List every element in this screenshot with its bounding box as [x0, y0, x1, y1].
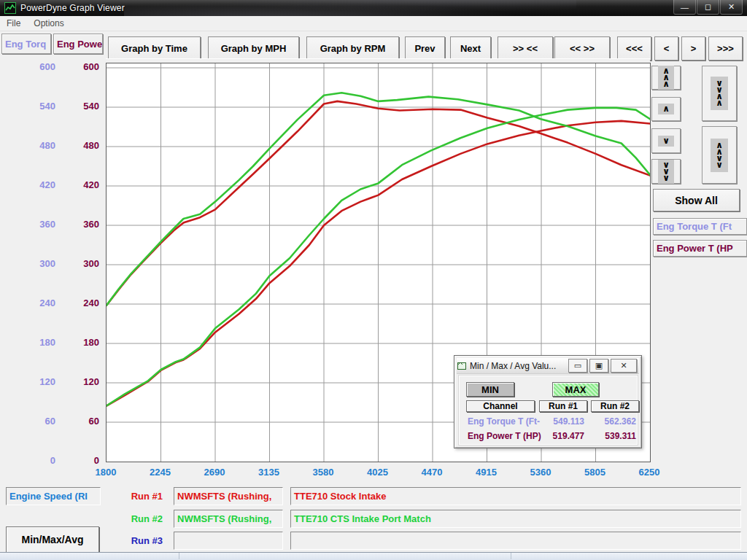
menu-item-options[interactable]: Options [27, 17, 70, 30]
channel-button-torque[interactable]: Eng Torq [1, 34, 51, 54]
statusbar [0, 552, 747, 560]
y-tick-torque: 120 [22, 377, 55, 387]
scroll-up-button[interactable]: ∧ [651, 97, 681, 121]
minimize-button[interactable]: — [673, 0, 696, 15]
run-description-box-2[interactable]: TTE710 CTS Intake Port Match [290, 510, 741, 528]
maximize-button[interactable]: ◻ [697, 0, 719, 15]
run-description-box-3[interactable] [290, 532, 741, 550]
minmax-body: MIN MAX Channel Run #1 Run #2 Eng Torque… [459, 376, 638, 445]
statusbar-divider [511, 553, 511, 559]
zoom-in-vertical-icon: ∨∨∧∧ [711, 77, 728, 110]
x-tick: 6250 [627, 467, 672, 478]
y-tick-power: 240 [66, 298, 99, 308]
x-tick: 3135 [247, 467, 292, 478]
y-tick-torque: 420 [22, 180, 55, 190]
x-tick: 3580 [301, 467, 346, 478]
legend-power-channel[interactable]: Eng Power T (HP [653, 240, 747, 257]
titlebar-glass [124, 0, 576, 16]
minmax-row-channel: Eng Power T (HP) [468, 431, 541, 441]
scroll-top-button[interactable]: ∧∧∧ [651, 66, 681, 90]
channel-button-power[interactable]: Eng Powe [53, 34, 103, 54]
run-description-box-1[interactable]: TTE710 Stock Intake [290, 487, 741, 505]
x-tick: 4470 [409, 467, 454, 478]
column-header-run2[interactable]: Run #2 [591, 400, 639, 412]
minmax-window-icon [457, 361, 467, 371]
toolbar-button-graph-by-time[interactable]: Graph by Time [108, 36, 201, 61]
y-tick-power: 360 [66, 219, 99, 230]
run-operator-box-2[interactable]: NWMSFTS (Rushing, [174, 510, 283, 528]
y-tick-power: 480 [66, 141, 99, 151]
y-tick-torque: 540 [22, 101, 55, 112]
scroll-down-icon: ∨ [658, 136, 674, 147]
toolbar-button-next[interactable]: Next [450, 36, 491, 61]
toolbar-button-prev[interactable]: Prev [405, 36, 445, 61]
legend-torque-channel[interactable]: Eng Torque T (Ft [653, 218, 747, 235]
titlebar[interactable]: PowerDyne Graph Viewer — ◻ ✕ [0, 0, 747, 16]
minmax-row-run2-value: 562.362 [591, 416, 636, 427]
toolbar-button-[interactable]: << >> [554, 36, 610, 61]
statusbar-divider [179, 553, 179, 559]
minmax-row-channel: Eng Torque T (Ft- [468, 416, 540, 427]
y-tick-power: 420 [66, 180, 99, 190]
scroll-bottom-button[interactable]: ∨∨∨ [651, 159, 681, 184]
zoom-out-vertical-icon: ∧∧∨∨ [711, 139, 728, 172]
x-channel-box[interactable]: Engine Speed (RI [6, 487, 101, 505]
max-button[interactable]: MAX [552, 382, 599, 397]
scroll-top-icon: ∧∧∧ [658, 66, 674, 90]
x-tick: 5360 [518, 467, 563, 478]
y-tick-torque: 480 [22, 141, 55, 151]
minmax-row-run1-value: 519.477 [539, 431, 584, 441]
scroll-up-icon: ∧ [658, 104, 674, 114]
app-icon [4, 2, 16, 14]
run-label-2: Run #2 [106, 510, 167, 528]
min-button[interactable]: MIN [466, 382, 514, 397]
y-tick-torque: 600 [22, 62, 55, 72]
toolbar-button-[interactable]: >> << [498, 36, 553, 61]
x-tick: 5805 [573, 467, 618, 478]
toolbar-button-graph-by-rpm[interactable]: Graph by RPM [306, 36, 399, 61]
x-tick: 2245 [138, 467, 183, 478]
toolbar-button-[interactable]: >>> [708, 36, 743, 61]
y-tick-power: 300 [66, 259, 99, 269]
toolbar-button-graph-by-mph[interactable]: Graph by MPH [208, 36, 299, 61]
zoom-out-vertical-button[interactable]: ∧∧∨∨ [702, 126, 737, 184]
x-tick: 1800 [83, 467, 128, 478]
x-tick: 2690 [192, 467, 237, 478]
run-label-1: Run #1 [106, 487, 167, 505]
column-header-channel[interactable]: Channel [466, 400, 535, 412]
run-operator-box-1[interactable]: NWMSFTS (Rushing, [174, 487, 283, 505]
menu-item-file[interactable]: File [0, 17, 27, 30]
minmax-window-title: Min / Max / Avg Valu... [470, 361, 556, 371]
minmax-maximize-button[interactable]: ▣ [589, 359, 608, 373]
zoom-in-vertical-button[interactable]: ∨∨∧∧ [702, 66, 737, 121]
minmax-row-run1-value: 549.113 [539, 416, 584, 427]
y-tick-torque: 180 [22, 338, 55, 348]
column-header-run1[interactable]: Run #1 [539, 400, 587, 412]
app-title: PowerDyne Graph Viewer [20, 3, 125, 13]
minmax-window[interactable]: Min / Max / Avg Valu... ▭ ▣ ✕ MIN MAX Ch… [454, 355, 642, 448]
scroll-down-button[interactable]: ∨ [651, 128, 681, 153]
minmax-minimize-button[interactable]: ▭ [568, 359, 587, 373]
minmaxavg-button[interactable]: Min/Max/Avg [6, 526, 99, 553]
toolbar-button-[interactable]: < [654, 36, 678, 61]
minmax-titlebar[interactable]: Min / Max / Avg Valu... ▭ ▣ ✕ [457, 358, 639, 374]
y-tick-power: 540 [66, 101, 99, 112]
y-tick-torque: 300 [22, 259, 55, 269]
y-tick-torque: 240 [22, 298, 55, 308]
toolbar-button-[interactable]: <<< [617, 36, 651, 61]
y-tick-power: 0 [66, 456, 99, 466]
minmax-row-run2-value: 539.311 [591, 431, 636, 441]
run-label-3: Run #3 [106, 532, 167, 550]
run-operator-box-3[interactable] [174, 532, 283, 550]
show-all-button[interactable]: Show All [653, 189, 740, 211]
y-tick-power: 120 [66, 377, 99, 387]
x-tick: 4915 [464, 467, 509, 478]
y-tick-torque: 360 [22, 219, 55, 230]
minmax-close-button[interactable]: ✕ [611, 359, 637, 373]
toolbar-button-[interactable]: > [681, 36, 705, 61]
y-tick-power: 600 [66, 62, 99, 72]
scroll-bottom-icon: ∨∨∨ [658, 160, 674, 184]
close-button[interactable]: ✕ [720, 0, 743, 15]
menubar: File Options [0, 16, 747, 31]
x-tick: 4025 [355, 467, 400, 478]
